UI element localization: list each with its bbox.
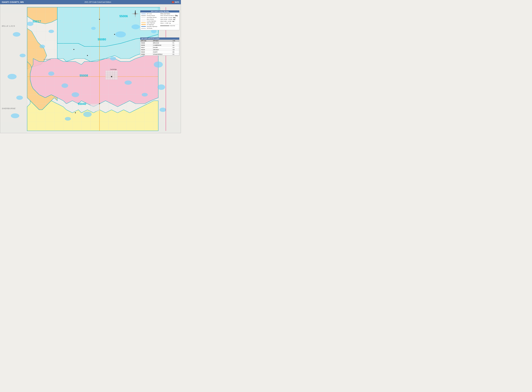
legend-city-5k: Cities 5,000 - 24,999 City [160, 21, 178, 22]
svg-point-56 [61, 83, 68, 88]
state-line [141, 23, 146, 23]
logo-icon: M [172, 1, 174, 3]
grid-zip: 55017 [140, 47, 153, 49]
legend-row-interstate: Interstate Highways [141, 26, 159, 27]
grid-name: CAMBRIDGE [152, 44, 172, 47]
grid-zip: 55029 [140, 49, 153, 51]
city-size-3: City [173, 19, 175, 20]
grid-name: GRANDY [152, 49, 172, 51]
city-range-3: Cities 25,000 - 49,999 [160, 19, 172, 20]
col-loc: LOC [172, 40, 179, 42]
city-size-2: City [173, 17, 175, 19]
legend-city-50k: Cities 50,000 - 99,999 City [160, 17, 178, 19]
grid-zip: 55040 [140, 51, 153, 53]
legend-city-100k: Cities 100,000 and Above City [160, 15, 178, 16]
svg-point-61 [131, 24, 140, 29]
state-label: State Highways [147, 22, 155, 23]
grid-table-row: 55017 DALBO C2 [140, 47, 179, 49]
page-header: ISANTI COUNTY, MN 2021 ZIP Code ColorCas… [0, 0, 181, 4]
compass-rose: N [131, 10, 140, 18]
city-range-1: Cities 100,000 and Above [160, 15, 174, 16]
county-title: ISANTI COUNTY, MN [2, 1, 24, 3]
svg-point-64 [125, 80, 132, 85]
city-size-4: City [172, 21, 174, 22]
legend-city-1: Cities 1 - 4,999 Cty [160, 23, 178, 24]
city-size-5: Cty [169, 23, 171, 24]
grid-name: STANCHFIELD [152, 53, 172, 56]
legend-right: Cities and Towns Cities 100,000 and Abov… [160, 13, 178, 29]
svg-point-55 [48, 71, 54, 76]
grid-locator-panel: ZIP Code Index/Grid Locator ZIP Code ZIP… [140, 37, 179, 56]
svg-point-52 [16, 96, 23, 100]
legend-city-25k: Cities 25,000 - 49,999 City [160, 19, 178, 20]
zip-label-legend: ZIP Code [147, 13, 152, 14]
legend-left: ZIP Code Primary Streets Secondary Stree… [141, 13, 159, 29]
svg-point-49 [13, 32, 20, 37]
us-label: US Highways [147, 24, 154, 25]
svg-point-80 [73, 49, 74, 50]
cities-title: Cities and Towns [160, 13, 178, 14]
county-label: County Highways [147, 20, 156, 22]
svg-text:Cambridge: Cambridge [110, 69, 117, 70]
grid-table-row: 55080 STANCHFIELD F2 [140, 53, 179, 56]
svg-point-81 [111, 76, 112, 77]
svg-point-69 [27, 22, 33, 26]
logo: M MAPS [172, 1, 179, 3]
grid-zip: 55008 [140, 42, 153, 44]
grid-header-row: ZIP Code ZIP Name LOC [140, 40, 179, 42]
legend-row-county: County Highways [141, 20, 159, 22]
grid-zip: 55008 [140, 44, 153, 47]
secondary-label: Secondary Streets [147, 17, 157, 18]
city-range-2: Cities 50,000 - 99,999 [160, 17, 172, 19]
scale-label: Scale Bar [170, 25, 175, 26]
svg-point-54 [39, 45, 45, 48]
svg-rect-48 [90, 104, 99, 111]
svg-point-53 [11, 113, 19, 118]
grid-table-row: 55029 GRANDY G3 [140, 49, 179, 51]
primary-label: Primary Streets [147, 15, 155, 16]
logo-text: MAPS [175, 1, 179, 3]
legend-row-minor: Minor Streets [141, 19, 159, 20]
grid-name: BRAHAM [152, 42, 172, 44]
city-range-5: Cities 1 - 4,999 [160, 23, 168, 24]
svg-point-51 [8, 74, 17, 79]
primary-line [141, 15, 146, 16]
svg-point-68 [159, 108, 166, 112]
svg-point-83 [75, 112, 76, 113]
legend-row-toll: Toll Roads [141, 28, 159, 29]
interstate-label: Interstate Highways [147, 26, 157, 27]
county-line [141, 21, 146, 21]
grid-table: ZIP Code ZIP Name LOC 55008 BRAHAM F1 55… [140, 40, 179, 56]
svg-point-50 [20, 54, 26, 57]
svg-point-67 [158, 84, 165, 90]
svg-point-57 [72, 92, 79, 97]
legend-row-us: US Highways [141, 24, 159, 25]
svg-point-58 [83, 112, 92, 117]
svg-point-72 [110, 56, 116, 61]
col-zip: ZIP Code [140, 40, 153, 42]
grid-loc: G3 [172, 49, 179, 51]
svg-point-78 [114, 34, 115, 35]
svg-point-71 [91, 27, 96, 30]
secondary-line [141, 17, 146, 18]
minor-label: Minor Streets [147, 19, 154, 20]
grid-title: ZIP Code Index/Grid Locator [140, 37, 179, 40]
legend-row-state: State Highways [141, 22, 159, 23]
us-line [141, 24, 146, 25]
legend-row-secondary: Secondary Streets [141, 17, 159, 18]
legend-panel: 2021 Isanti County, MN Map ZIP Code Prim… [140, 10, 179, 30]
grid-zip: 55080 [140, 53, 153, 56]
city-size-1: City [175, 15, 178, 16]
grid-loc: F1 [172, 42, 179, 44]
edition-label: 2021 ZIP Code ColorCast Edition [84, 1, 111, 3]
city-range-4: Cities 5,000 - 24,999 [160, 21, 171, 22]
grid-name: ISANTI [152, 51, 172, 53]
grid-name: DALBO [152, 47, 172, 49]
toll-line [141, 28, 146, 28]
grid-loc: E6 [172, 51, 179, 53]
grid-loc: E4 [172, 44, 179, 47]
legend-row-primary: Primary Streets [141, 15, 159, 16]
grid-table-row: 55008 CAMBRIDGE E4 [140, 44, 179, 47]
grid-table-row: 55040 ISANTI E6 [140, 51, 179, 53]
svg-point-59 [65, 117, 71, 121]
